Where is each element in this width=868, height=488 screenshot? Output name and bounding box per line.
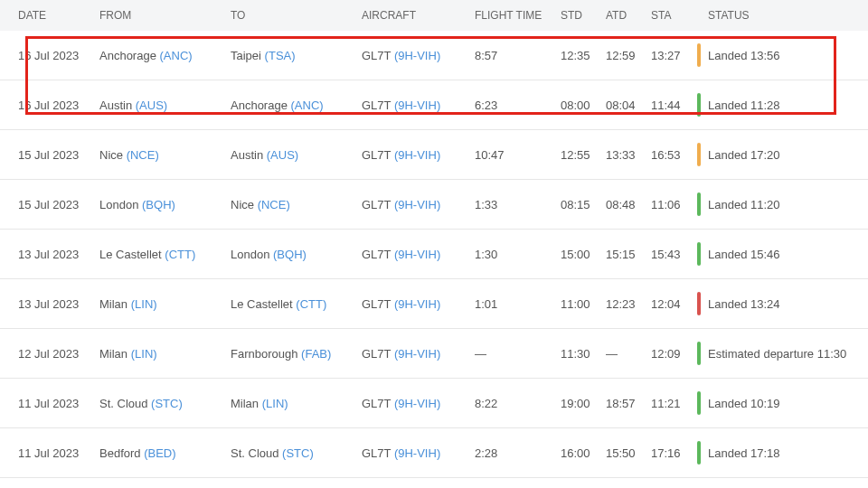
- airport-code-link[interactable]: (AUS): [136, 99, 167, 112]
- airport-code-link[interactable]: (LIN): [262, 397, 288, 410]
- table-body: 16 Jul 2023Anchorage (ANC)Taipei (TSA)GL…: [0, 31, 868, 488]
- cell-from: London (BQH): [99, 198, 231, 211]
- status-bar-icon: [697, 441, 701, 465]
- airport-code-link[interactable]: (LIN): [131, 297, 157, 311]
- table-row[interactable]: 11 Jul 2023St. Cloud (STC)Milan (LIN)GL7…: [0, 379, 868, 428]
- cell-date: 15 Jul 2023: [18, 148, 99, 162]
- cell-flighttime: —: [475, 347, 561, 361]
- airport-code-link[interactable]: (BED): [144, 446, 175, 460]
- cell-flighttime: 1:01: [475, 297, 561, 311]
- cell-sta: 17:16: [651, 446, 696, 460]
- cell-date: 11 Jul 2023: [18, 446, 99, 460]
- cell-flighttime: 1:33: [475, 198, 561, 211]
- cell-date: 13 Jul 2023: [18, 248, 99, 261]
- airport-code-link[interactable]: (STC): [282, 446, 314, 460]
- cell-aircraft: GL7T (9H-VIH): [362, 198, 475, 211]
- aircraft-reg-link[interactable]: (9H-VIH): [394, 446, 440, 460]
- airport-code-link[interactable]: (TSA): [265, 49, 296, 62]
- col-std[interactable]: STD: [561, 9, 606, 22]
- airport-code-link[interactable]: (BQH): [142, 198, 175, 211]
- aircraft-reg-link[interactable]: (9H-VIH): [394, 49, 440, 62]
- table-row[interactable]: 11 Jul 2023Bedford (BED)St. Cloud (STC)G…: [0, 428, 868, 478]
- airport-code-link[interactable]: (ANC): [291, 99, 324, 112]
- cell-status: Landed 10:19: [701, 397, 868, 410]
- table-row[interactable]: 15 Jul 2023London (BQH)Nice (NCE)GL7T (9…: [0, 180, 868, 230]
- col-sta[interactable]: STA: [651, 9, 696, 22]
- aircraft-reg-link[interactable]: (9H-VIH): [394, 297, 440, 311]
- cell-status: Landed 17:20: [701, 148, 868, 162]
- cell-flighttime: 6:23: [475, 99, 561, 112]
- cell-date: 16 Jul 2023: [18, 99, 99, 112]
- airport-code-link[interactable]: (ANC): [160, 49, 193, 62]
- status-bar-icon: [697, 391, 701, 415]
- cell-sta: 16:53: [651, 148, 696, 162]
- cell-to: Austin (AUS): [231, 148, 362, 162]
- cell-to: Nice (NCE): [231, 198, 362, 211]
- col-flighttime[interactable]: FLIGHT TIME: [475, 9, 561, 22]
- table-row[interactable]: 16 Jul 2023Austin (AUS)Anchorage (ANC)GL…: [0, 80, 868, 130]
- aircraft-reg-link[interactable]: (9H-VIH): [394, 99, 440, 112]
- airport-code-link[interactable]: (BQH): [273, 248, 307, 261]
- cell-std: 11:00: [561, 297, 606, 311]
- aircraft-reg-link[interactable]: (9H-VIH): [394, 347, 440, 361]
- cell-from: Bedford (BED): [99, 446, 231, 460]
- cell-std: 12:35: [561, 49, 606, 62]
- airport-code-link[interactable]: (LIN): [131, 347, 157, 361]
- cell-aircraft: GL7T (9H-VIH): [362, 248, 475, 261]
- cell-sta: 12:04: [651, 297, 696, 311]
- cell-atd: —: [606, 347, 651, 361]
- col-to[interactable]: TO: [231, 9, 362, 22]
- status-bar-icon: [697, 143, 701, 166]
- cell-sta: 13:27: [651, 49, 696, 62]
- airport-code-link[interactable]: (NCE): [127, 148, 159, 162]
- cell-sta: 11:44: [651, 99, 696, 112]
- table-row[interactable]: 12 Jul 2023Milan (LIN)Farnborough (FAB)G…: [0, 329, 868, 379]
- aircraft-reg-link[interactable]: (9H-VIH): [394, 148, 440, 162]
- cell-aircraft: GL7T (9H-VIH): [362, 397, 475, 410]
- table-row[interactable]: 16 Jul 2023Anchorage (ANC)Taipei (TSA)GL…: [0, 31, 868, 80]
- cell-from: Milan (LIN): [99, 347, 231, 361]
- cell-to: St. Cloud (STC): [231, 446, 362, 460]
- cell-std: 12:55: [561, 148, 606, 162]
- airport-code-link[interactable]: (CTT): [296, 297, 326, 311]
- status-bar-icon: [697, 242, 701, 266]
- cell-status: Landed 13:56: [701, 49, 868, 62]
- col-aircraft[interactable]: AIRCRAFT: [362, 9, 475, 22]
- cell-atd: 18:57: [606, 397, 651, 410]
- cell-std: 15:00: [561, 248, 606, 261]
- table-row[interactable]: 13 Jul 2023Milan (LIN)Le Castellet (CTT)…: [0, 279, 868, 329]
- col-status[interactable]: STATUS: [701, 9, 868, 22]
- airport-code-link[interactable]: (AUS): [267, 148, 298, 162]
- airport-code-link[interactable]: (FAB): [301, 347, 331, 361]
- cell-status: Landed 11:28: [701, 99, 868, 112]
- cell-date: 13 Jul 2023: [18, 297, 99, 311]
- col-atd[interactable]: ATD: [606, 9, 651, 22]
- cell-atd: 15:15: [606, 248, 651, 261]
- cell-std: 11:30: [561, 347, 606, 361]
- cell-atd: 15:50: [606, 446, 651, 460]
- aircraft-reg-link[interactable]: (9H-VIH): [394, 198, 440, 211]
- airport-code-link[interactable]: (STC): [151, 397, 183, 410]
- cell-to: Le Castellet (CTT): [231, 297, 362, 311]
- cell-to: Milan (LIN): [231, 397, 362, 410]
- airport-code-link[interactable]: (CTT): [165, 248, 195, 261]
- cell-std: 19:00: [561, 397, 606, 410]
- cell-status: Landed 17:18: [701, 446, 868, 460]
- aircraft-reg-link[interactable]: (9H-VIH): [394, 397, 440, 410]
- col-date[interactable]: DATE: [18, 9, 99, 22]
- cell-flighttime: 2:28: [475, 446, 561, 460]
- col-from[interactable]: FROM: [99, 9, 231, 22]
- table-row[interactable]: 13 Jul 2023Le Castellet (CTT)London (BQH…: [0, 230, 868, 279]
- table-row[interactable]: 15 Jul 2023Nice (NCE)Austin (AUS)GL7T (9…: [0, 130, 868, 180]
- cell-atd: 08:04: [606, 99, 651, 112]
- status-bar-icon: [697, 292, 701, 315]
- cell-from: St. Cloud (STC): [99, 397, 231, 410]
- airport-code-link[interactable]: (NCE): [258, 198, 290, 211]
- table-header: DATE FROM TO AIRCRAFT FLIGHT TIME STD AT…: [0, 0, 868, 31]
- cell-std: 16:00: [561, 446, 606, 460]
- cell-from: Milan (LIN): [99, 297, 231, 311]
- cell-aircraft: GL7T (9H-VIH): [362, 99, 475, 112]
- aircraft-reg-link[interactable]: (9H-VIH): [394, 248, 440, 261]
- table-row[interactable]: 10 Jul 2023Trieste (TRS)Bedford (BED)GL7…: [0, 478, 868, 488]
- status-bar-icon: [697, 342, 701, 365]
